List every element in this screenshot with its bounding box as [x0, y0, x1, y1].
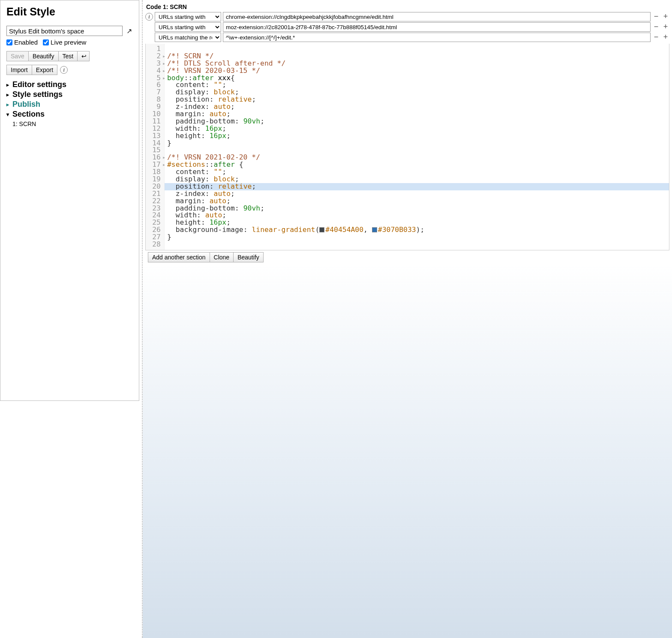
code-line[interactable]: position: relative;: [165, 183, 669, 190]
import-button[interactable]: Import: [6, 65, 32, 75]
beautify-section-button[interactable]: Beautify: [234, 252, 264, 262]
export-button[interactable]: Export: [32, 65, 57, 75]
clone-button[interactable]: Clone: [210, 252, 234, 262]
chevron-right-icon: ▸: [6, 92, 11, 98]
code-line[interactable]: position: relative;: [167, 96, 666, 103]
live-preview-checkbox-label[interactable]: Live preview: [43, 39, 86, 46]
code-line[interactable]: z-index: auto;: [167, 103, 666, 111]
fold-icon[interactable]: ▸: [162, 67, 167, 75]
remove-rule-icon[interactable]: −: [652, 33, 660, 41]
code-line[interactable]: background-image: linear-gradient(#40454…: [167, 226, 666, 234]
applies-row: URLs starting with−+: [145, 22, 669, 32]
section-list-item[interactable]: 1: SCRN: [12, 120, 133, 127]
code-line[interactable]: [167, 45, 666, 53]
collapsible-style-settings[interactable]: ▸ Style settings: [6, 90, 133, 99]
beautify-button[interactable]: Beautify: [29, 51, 59, 61]
add-section-button[interactable]: Add another section: [148, 252, 210, 262]
code-line[interactable]: z-index: auto;: [167, 190, 666, 198]
code-line[interactable]: padding-bottom: 90vh;: [167, 118, 666, 125]
test-button[interactable]: Test: [59, 51, 78, 61]
chevron-right-icon: ▸: [6, 102, 11, 108]
style-name-input[interactable]: [6, 26, 123, 36]
applies-value-input[interactable]: [223, 12, 651, 21]
remove-rule-icon[interactable]: −: [652, 23, 660, 31]
main-area: Code 1: SCRN iURLs starting with−+URLs s…: [143, 0, 672, 638]
remove-rule-icon[interactable]: −: [652, 13, 660, 21]
code-line[interactable]: ▸body::after xxx{: [167, 75, 666, 82]
fold-icon[interactable]: ▸: [162, 53, 167, 60]
applies-row: iURLs starting with−+: [145, 12, 669, 21]
editor-gutter: 1234567891011121314151617181920212223242…: [146, 44, 165, 250]
code-line[interactable]: padding-bottom: 90vh;: [167, 205, 666, 212]
chevron-right-icon: ▸: [6, 82, 11, 88]
code-line[interactable]: }: [167, 140, 666, 147]
add-rule-icon[interactable]: +: [662, 13, 669, 21]
applies-type-select[interactable]: URLs starting with: [155, 22, 221, 32]
save-button[interactable]: Save: [6, 51, 29, 61]
enabled-checkbox-label[interactable]: Enabled: [6, 39, 38, 46]
external-link-icon[interactable]: ↗: [125, 27, 133, 35]
applies-type-select[interactable]: URLs matching the regexp: [155, 33, 221, 42]
code-section-label: Code 1: SCRN: [145, 3, 669, 12]
color-swatch-icon[interactable]: [319, 227, 324, 232]
code-line[interactable]: ▸/*! VRSN 2020-03-15 */: [167, 67, 666, 75]
code-line[interactable]: [167, 241, 666, 248]
applies-value-input[interactable]: [223, 33, 651, 42]
chevron-down-icon: ▾: [6, 111, 11, 117]
add-rule-icon[interactable]: +: [662, 23, 669, 31]
fold-icon[interactable]: ▸: [162, 60, 167, 67]
code-line[interactable]: height: 16px;: [167, 132, 666, 140]
editor-body[interactable]: ▸/*! SCRN */▸/*! DTLS Scroll after-end *…: [165, 44, 669, 250]
code-line[interactable]: width: 16px;: [167, 125, 666, 132]
fold-icon[interactable]: ▸: [162, 154, 167, 161]
add-rule-icon[interactable]: +: [662, 33, 669, 41]
color-swatch-icon[interactable]: [372, 227, 377, 232]
bottom-gradient-area: [143, 264, 672, 638]
enabled-checkbox[interactable]: [6, 39, 12, 45]
fold-icon[interactable]: ▸: [162, 161, 167, 169]
info-icon[interactable]: i: [60, 66, 68, 74]
code-line[interactable]: }: [167, 234, 666, 241]
live-preview-checkbox[interactable]: [43, 39, 49, 45]
collapsible-editor-settings[interactable]: ▸ Editor settings: [6, 80, 133, 89]
page-title: Edit Style: [6, 6, 133, 18]
code-line[interactable]: width: auto;: [167, 212, 666, 219]
code-line[interactable]: content: "";: [167, 81, 666, 89]
applies-type-select[interactable]: URLs starting with: [155, 12, 221, 21]
code-line[interactable]: content: "";: [167, 169, 666, 176]
code-editor[interactable]: 1234567891011121314151617181920212223242…: [145, 44, 669, 250]
sidebar: Edit Style ↗ Enabled Live preview Save B…: [0, 0, 139, 401]
applies-value-input[interactable]: [223, 22, 651, 32]
sidebar-resizer[interactable]: [139, 0, 143, 638]
collapsible-sections[interactable]: ▾ Sections: [6, 110, 133, 119]
wrap-toggle-button[interactable]: ↩: [78, 51, 90, 61]
collapsible-publish[interactable]: ▸ Publish: [6, 100, 133, 109]
applies-row: URLs matching the regexp−+: [145, 33, 669, 42]
code-line[interactable]: ▸#sections::after {: [167, 161, 666, 169]
fold-icon[interactable]: ▸: [162, 75, 167, 82]
help-icon[interactable]: i: [145, 13, 153, 21]
